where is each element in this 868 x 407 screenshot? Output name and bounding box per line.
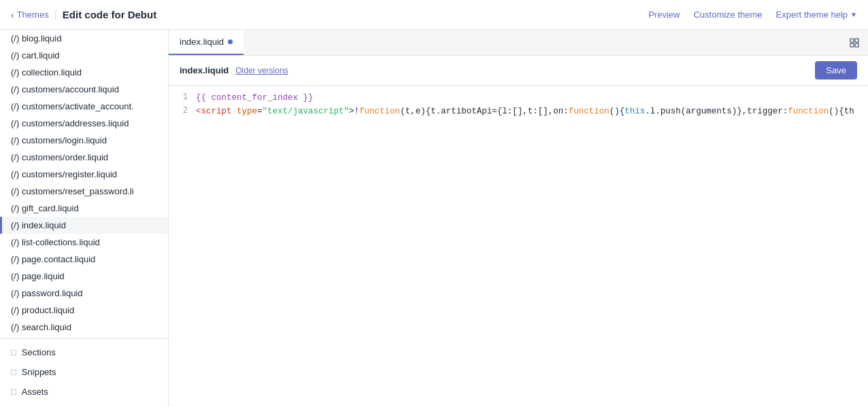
tab-index-liquid[interactable]: index.liquid [169, 30, 244, 55]
save-button[interactable]: Save [815, 61, 857, 79]
expert-help-button[interactable]: Expert theme help ▼ [776, 10, 857, 20]
svg-rect-3 [855, 43, 858, 47]
sidebar-file-item[interactable]: (/) customers/register.liquid [0, 166, 168, 183]
code-token: <script [196, 107, 232, 116]
fullscreen-icon [849, 37, 860, 48]
section-label: Sections [22, 347, 56, 357]
code-area[interactable]: 1{{ content_for_index }}2<script type="t… [169, 86, 868, 407]
fullscreen-button[interactable] [841, 30, 868, 55]
sidebar-section-sections[interactable]: □Sections [0, 342, 168, 361]
topbar-left: ‹ Themes | Edit code for Debut [11, 9, 156, 21]
section-label: Snippets [22, 367, 56, 377]
code-token: "text/javascript" [263, 107, 350, 116]
code-token: type [237, 107, 257, 116]
code-line: 2<script type="text/javascript">!functio… [169, 105, 868, 118]
topbar: ‹ Themes | Edit code for Debut Preview C… [0, 0, 868, 30]
sidebar-file-item[interactable]: (/) blog.liquid [0, 30, 168, 47]
page-title: Edit code for Debut [63, 9, 156, 20]
file-name-label: index.liquid [180, 65, 229, 75]
sidebar-file-item[interactable]: (/) list-collections.liquid [0, 234, 168, 251]
sidebar-file-item[interactable]: (/) customers/account.liquid [0, 81, 168, 98]
code-lines: 1{{ content_for_index }}2<script type="t… [169, 91, 868, 118]
code-token: = [257, 107, 263, 116]
code-token: (){ [610, 107, 625, 116]
sidebar-file-item[interactable]: (/) customers/activate_account. [0, 98, 168, 115]
page-title-theme: Debut [128, 9, 157, 20]
code-token: .l.push(arguments)},trigger: [645, 107, 788, 116]
tab-label: index.liquid [180, 37, 224, 47]
divider: | [54, 9, 57, 21]
expert-help-label: Expert theme help [776, 10, 848, 20]
preview-button[interactable]: Preview [648, 10, 680, 20]
line-content: <script type="text/javascript">!function… [196, 105, 868, 118]
sidebar-file-item[interactable]: (/) page.contact.liquid [0, 251, 168, 268]
chevron-down-icon: ▼ [850, 11, 857, 18]
sidebar-file-item[interactable]: (/) cart.liquid [0, 47, 168, 64]
code-token: function [569, 107, 610, 116]
folder-icon: □ [11, 387, 16, 397]
sidebar-file-item[interactable]: (/) page.liquid [0, 268, 168, 285]
sidebar-files: (/) blog.liquid(/) cart.liquid(/) collec… [0, 30, 168, 336]
back-arrow-icon: ‹ [11, 10, 14, 20]
sidebar-section-assets[interactable]: □Assets [0, 381, 168, 401]
page-title-prefix: Edit code for [63, 9, 128, 20]
back-label: Themes [17, 10, 49, 20]
section-label: Assets [22, 387, 48, 397]
svg-rect-1 [855, 39, 858, 42]
line-number: 1 [169, 91, 196, 104]
main-layout: (/) blog.liquid(/) cart.liquid(/) collec… [0, 30, 868, 407]
editor-header: index.liquid Older versions Save [169, 56, 868, 86]
code-token: function [788, 107, 829, 116]
tab-modified-dot [228, 39, 233, 44]
sidebar-file-item[interactable]: (/) search.liquid [0, 319, 168, 336]
code-token: (t,e){t.artibotApi={l:[],t:[],on: [400, 107, 569, 116]
sidebar-file-item[interactable]: (/) collection.liquid [0, 64, 168, 81]
sidebar-divider [0, 338, 168, 339]
code-token: function [359, 107, 400, 116]
sidebar-file-item[interactable]: (/) customers/reset_password.li [0, 183, 168, 200]
tab-bar: index.liquid [169, 30, 868, 56]
back-to-themes-link[interactable]: ‹ Themes [11, 10, 49, 20]
sidebar-file-item[interactable]: (/) customers/login.liquid [0, 132, 168, 149]
folder-icon: □ [11, 347, 16, 357]
code-token: {{ content_for_index }} [196, 93, 314, 103]
sidebar-file-item[interactable]: (/) customers/addresses.liquid [0, 115, 168, 132]
sidebar-file-item[interactable]: (/) gift_card.liquid [0, 200, 168, 217]
line-content: {{ content_for_index }} [196, 91, 868, 105]
sidebar-file-item[interactable]: (/) index.liquid [0, 217, 168, 234]
sidebar-sections: □Sections□Snippets□Assets [0, 342, 168, 401]
code-token: >! [349, 107, 359, 116]
code-token: this [624, 107, 645, 116]
code-token: (){th [829, 107, 854, 116]
sidebar-file-item[interactable]: (/) password.liquid [0, 285, 168, 302]
sidebar-file-item[interactable]: (/) customers/order.liquid [0, 149, 168, 166]
topbar-right: Preview Customize theme Expert theme hel… [648, 10, 857, 20]
sidebar: (/) blog.liquid(/) cart.liquid(/) collec… [0, 30, 169, 407]
line-number: 2 [169, 105, 196, 118]
older-versions-link[interactable]: Older versions [235, 66, 288, 75]
svg-rect-0 [850, 39, 854, 42]
editor-area: index.liquid index.liquid Older versions… [169, 30, 868, 407]
code-line: 1{{ content_for_index }} [169, 91, 868, 105]
editor-header-left: index.liquid Older versions [180, 65, 288, 75]
folder-icon: □ [11, 367, 16, 377]
code-token [232, 107, 237, 116]
sidebar-file-item[interactable]: (/) product.liquid [0, 302, 168, 319]
customize-theme-button[interactable]: Customize theme [693, 10, 762, 20]
svg-rect-2 [850, 43, 854, 47]
sidebar-section-snippets[interactable]: □Snippets [0, 361, 168, 381]
